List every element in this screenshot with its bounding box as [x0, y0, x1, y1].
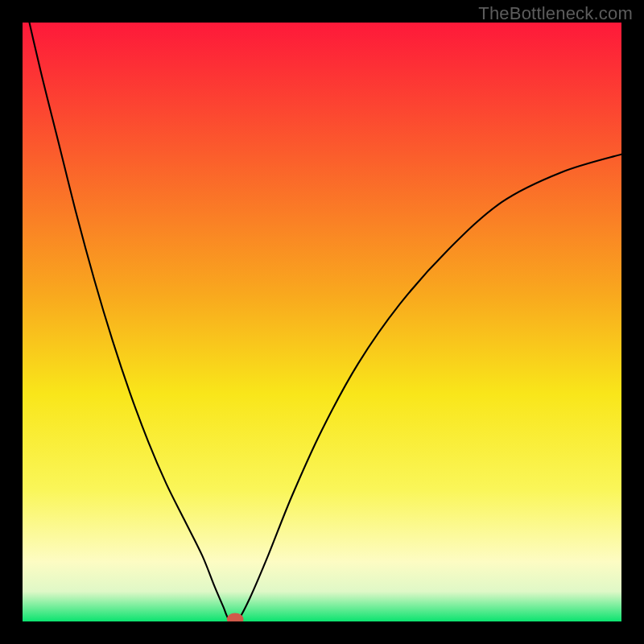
- watermark-text: TheBottleneck.com: [478, 3, 633, 24]
- gradient-background: [23, 23, 621, 621]
- plot-svg: [23, 23, 621, 621]
- plot-area: [23, 23, 621, 621]
- chart-frame: TheBottleneck.com: [0, 0, 644, 644]
